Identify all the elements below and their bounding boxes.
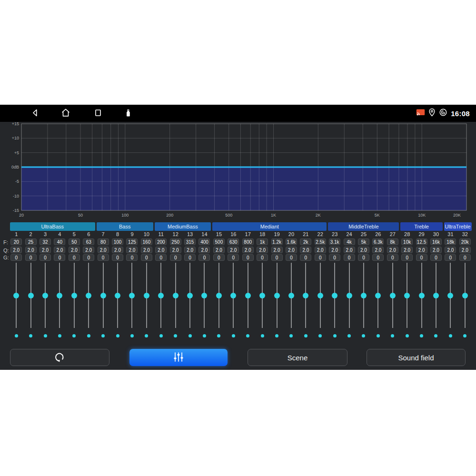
q-pill[interactable]: 2.0 xyxy=(387,247,398,253)
gain-slider[interactable] xyxy=(23,262,38,329)
q-pill[interactable]: 2.0 xyxy=(445,247,456,253)
gain-pill[interactable]: 0 xyxy=(430,254,442,261)
slider-knob[interactable] xyxy=(28,293,34,298)
gain-pill[interactable]: 0 xyxy=(40,254,51,261)
slider-knob[interactable] xyxy=(187,293,193,298)
slider-knob[interactable] xyxy=(115,293,120,298)
gain-slider[interactable] xyxy=(371,262,385,329)
freq-pill[interactable]: 18k xyxy=(445,238,456,245)
gain-slider[interactable] xyxy=(269,262,284,329)
q-pill[interactable]: 2.0 xyxy=(155,247,167,253)
gain-pill[interactable]: 0 xyxy=(459,254,471,261)
slider-knob[interactable] xyxy=(230,293,236,298)
equalizer-tab-button[interactable] xyxy=(129,349,228,366)
gain-pill[interactable]: 0 xyxy=(10,254,22,261)
gain-pill[interactable]: 0 xyxy=(69,254,80,261)
gain-slider[interactable] xyxy=(52,262,67,329)
gain-pill[interactable]: 0 xyxy=(300,254,311,261)
q-pill[interactable]: 2.0 xyxy=(242,247,254,253)
gain-pill[interactable]: 0 xyxy=(141,254,152,261)
gain-pill[interactable]: 0 xyxy=(242,254,254,261)
q-pill[interactable]: 2.0 xyxy=(54,247,65,253)
q-pill[interactable]: 2.0 xyxy=(25,247,37,253)
gain-slider[interactable] xyxy=(313,262,327,329)
q-pill[interactable]: 2.0 xyxy=(358,247,369,253)
gain-slider[interactable] xyxy=(284,262,298,329)
slider-knob[interactable] xyxy=(332,293,337,298)
gain-slider[interactable] xyxy=(125,262,139,329)
gain-slider[interactable] xyxy=(342,262,356,329)
q-pill[interactable]: 2.0 xyxy=(228,247,239,253)
q-pill[interactable]: 2.0 xyxy=(257,247,268,253)
gain-slider[interactable] xyxy=(443,262,457,329)
q-pill[interactable]: 2.0 xyxy=(69,247,80,253)
slider-knob[interactable] xyxy=(129,293,135,298)
gain-pill[interactable]: 0 xyxy=(198,254,210,261)
gain-pill[interactable]: 0 xyxy=(315,254,326,261)
gain-pill[interactable]: 0 xyxy=(228,254,239,261)
gain-slider[interactable] xyxy=(67,262,81,329)
gain-pill[interactable]: 0 xyxy=(286,254,297,261)
freq-pill[interactable]: 630 xyxy=(228,238,239,245)
slider-knob[interactable] xyxy=(173,293,178,298)
gain-slider[interactable] xyxy=(255,262,269,329)
slider-knob[interactable] xyxy=(158,293,164,298)
freq-pill[interactable]: 80 xyxy=(98,238,109,245)
freq-pill[interactable]: 20k xyxy=(459,238,471,245)
gain-slider[interactable] xyxy=(197,262,211,329)
slider-knob[interactable] xyxy=(274,293,280,298)
q-pill[interactable]: 2.0 xyxy=(300,247,311,253)
q-pill[interactable]: 2.0 xyxy=(83,247,94,253)
slider-knob[interactable] xyxy=(245,293,251,298)
gain-slider[interactable] xyxy=(212,262,226,329)
gain-pill[interactable]: 0 xyxy=(401,254,413,261)
freq-pill[interactable]: 200 xyxy=(155,238,167,245)
slider-knob[interactable] xyxy=(100,293,106,298)
gain-slider[interactable] xyxy=(400,262,414,329)
gain-pill[interactable]: 0 xyxy=(358,254,369,261)
gain-pill[interactable]: 0 xyxy=(54,254,65,261)
gain-slider[interactable] xyxy=(327,262,342,329)
slider-knob[interactable] xyxy=(57,293,62,298)
freq-pill[interactable]: 12.5 xyxy=(416,238,427,245)
gain-pill[interactable]: 0 xyxy=(155,254,167,261)
freq-pill[interactable]: 1k xyxy=(257,238,268,245)
gain-pill[interactable]: 0 xyxy=(213,254,225,261)
q-pill[interactable]: 2.0 xyxy=(10,247,22,253)
q-pill[interactable]: 2.0 xyxy=(213,247,225,253)
freq-pill[interactable]: 400 xyxy=(198,238,210,245)
q-pill[interactable]: 2.0 xyxy=(271,247,283,253)
gain-pill[interactable]: 0 xyxy=(25,254,37,261)
recents-button[interactable] xyxy=(92,108,104,119)
slider-knob[interactable] xyxy=(303,293,308,298)
q-pill[interactable]: 2.0 xyxy=(315,247,326,253)
freq-pill[interactable]: 25 xyxy=(25,238,37,245)
gain-slider[interactable] xyxy=(298,262,313,329)
freq-pill[interactable]: 3.1k xyxy=(329,238,340,245)
scene-button[interactable]: Scene xyxy=(248,349,347,366)
freq-pill[interactable]: 4k xyxy=(344,238,355,245)
freq-pill[interactable]: 6.3k xyxy=(372,238,384,245)
freq-pill[interactable]: 125 xyxy=(126,238,138,245)
slider-knob[interactable] xyxy=(201,293,207,298)
gain-pill[interactable]: 0 xyxy=(387,254,398,261)
freq-pill[interactable]: 2.5k xyxy=(315,238,326,245)
q-pill[interactable]: 2.0 xyxy=(40,247,51,253)
q-pill[interactable]: 2.0 xyxy=(112,247,123,253)
freq-pill[interactable]: 2k xyxy=(300,238,311,245)
q-pill[interactable]: 2.0 xyxy=(401,247,413,253)
freq-pill[interactable]: 250 xyxy=(170,238,181,245)
slider-knob[interactable] xyxy=(361,293,367,298)
slider-knob[interactable] xyxy=(404,293,410,298)
freq-pill[interactable]: 500 xyxy=(213,238,225,245)
gain-pill[interactable]: 0 xyxy=(112,254,123,261)
slider-knob[interactable] xyxy=(86,293,91,298)
gain-slider[interactable] xyxy=(241,262,255,329)
q-pill[interactable]: 2.0 xyxy=(416,247,427,253)
slider-knob[interactable] xyxy=(462,293,468,298)
slider-knob[interactable] xyxy=(447,293,453,298)
gain-slider[interactable] xyxy=(139,262,154,329)
gain-slider[interactable] xyxy=(168,262,182,329)
gain-pill[interactable]: 0 xyxy=(416,254,427,261)
freq-pill[interactable]: 63 xyxy=(83,238,94,245)
